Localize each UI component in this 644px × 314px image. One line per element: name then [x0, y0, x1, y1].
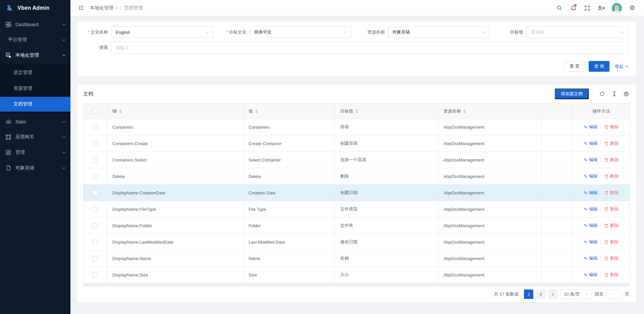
row-checkbox[interactable] — [93, 207, 98, 212]
jump-label: 跳至 — [595, 291, 603, 297]
edit-button[interactable]: ✎编辑 — [584, 173, 598, 179]
table-row[interactable]: Containers:Create Create Container 创建容器 … — [84, 135, 630, 152]
sidebar-item-saas[interactable]: Saas — [0, 115, 70, 129]
table-settings-gear-icon[interactable] — [623, 90, 630, 98]
jump-page-input[interactable] — [606, 290, 622, 299]
sidebar-item-management[interactable]: 管理 — [0, 145, 70, 160]
field-label: 目标值 — [498, 29, 527, 35]
pagination-page-2[interactable]: 2 — [536, 290, 545, 299]
search-input[interactable] — [111, 42, 628, 54]
table-row[interactable]: Containers Containers 容器 AbpOssManagemen… — [84, 119, 630, 135]
cell-resource: AbpOssManagement — [438, 217, 542, 234]
delete-button[interactable]: 删除 — [604, 157, 619, 163]
table-header-row: 键 值 目标值 资源名称 操作方法 — [84, 104, 630, 119]
edit-button[interactable]: ✎编辑 — [584, 255, 598, 261]
cell-target: 容器 — [335, 119, 438, 135]
edit-pencil-icon: ✎ — [584, 273, 588, 277]
sort-icon[interactable] — [463, 109, 466, 113]
row-checkbox[interactable] — [93, 174, 98, 179]
gear-icon[interactable]: ⚙ — [626, 0, 639, 16]
sort-icon[interactable] — [356, 109, 358, 113]
edit-button[interactable]: ✎编辑 — [584, 190, 598, 196]
chevron-up-icon — [625, 65, 629, 69]
target-value-select[interactable]: 请选择 — [527, 26, 628, 38]
table-row[interactable]: DisplayName:Folder Folder 文件夹 AbpOssMana… — [84, 217, 630, 234]
query-button[interactable]: 查 询 — [589, 61, 609, 72]
sidebar-item-localization[interactable]: A 本地化管理 — [0, 48, 70, 62]
row-checkbox[interactable] — [93, 158, 98, 163]
delete-button[interactable]: 删除 — [604, 206, 619, 212]
edit-button[interactable]: ✎编辑 — [584, 223, 598, 229]
row-checkbox[interactable] — [93, 223, 98, 228]
delete-button[interactable]: 删除 — [604, 124, 619, 130]
sidebar-item-object-storage[interactable]: 对象存储 — [0, 161, 70, 175]
table-row[interactable]: DisplayName:LastModifiedDate Last Modifi… — [84, 234, 630, 250]
sidebar-item-label: 对象存储 — [15, 165, 63, 171]
search-icon[interactable] — [553, 0, 566, 16]
horizontal-scrollbar[interactable] — [83, 283, 630, 287]
pagination-next-button[interactable]: › — [548, 290, 557, 299]
breadcrumb-parent[interactable]: 本地化管理 — [90, 5, 117, 11]
edit-button[interactable]: ✎编辑 — [584, 272, 598, 278]
fullscreen-icon[interactable] — [581, 0, 594, 16]
sidebar-item-platform[interactable]: 平台管理 — [0, 33, 70, 47]
delete-button[interactable]: 删除 — [604, 272, 619, 278]
select-all-checkbox[interactable] — [93, 109, 98, 114]
cell-empty — [542, 168, 573, 184]
menu-fold-icon[interactable] — [76, 2, 87, 14]
edit-button[interactable]: ✎编辑 — [584, 239, 598, 245]
column-header-value[interactable]: 值 — [243, 104, 335, 119]
culture-name-select[interactable]: English — [111, 26, 213, 38]
select-value: 对象存储 — [392, 29, 410, 35]
edit-button[interactable]: ✎编辑 — [584, 140, 598, 146]
row-checkbox[interactable] — [93, 240, 98, 245]
delete-button[interactable]: 删除 — [604, 190, 619, 196]
sidebar-item-resource-management[interactable]: 资源管理 — [0, 81, 70, 96]
sidebar-item-document-management[interactable]: 文档管理 — [0, 97, 70, 112]
sidebar-item-language-management[interactable]: 语言管理 — [0, 65, 70, 80]
table-row-highlighted[interactable]: DisplayName:CreationDate Creation Date 创… — [84, 185, 630, 201]
column-header-resource[interactable]: 资源名称 — [438, 104, 542, 119]
topbar: 本地化管理 / 文档管理 文A ⚙ — [70, 0, 644, 16]
sidebar-item-gateway[interactable]: 应用网关 — [0, 130, 70, 144]
table-row[interactable]: Containers:Select Select Container 选择一个容… — [84, 152, 630, 168]
avatar[interactable] — [612, 3, 622, 13]
delete-button[interactable]: 删除 — [604, 239, 619, 245]
delete-button[interactable]: 删除 — [604, 255, 619, 261]
delete-button[interactable]: 删除 — [604, 223, 619, 229]
row-checkbox[interactable] — [93, 256, 98, 261]
table-row[interactable]: DisplayName:Name Name 名称 AbpOssManagemen… — [84, 250, 630, 267]
sort-icon[interactable] — [119, 109, 122, 113]
edit-button[interactable]: ✎编辑 — [584, 124, 598, 130]
collapse-link[interactable]: 收起 — [615, 63, 628, 69]
delete-button[interactable]: 删除 — [604, 140, 619, 146]
row-checkbox[interactable] — [93, 141, 98, 146]
row-checkbox[interactable] — [93, 272, 98, 277]
sidebar-item-dashboard[interactable]: Dashboard — [0, 17, 70, 32]
logo[interactable]: Vben Admin — [0, 0, 70, 16]
row-checkbox[interactable] — [93, 125, 98, 130]
add-document-button[interactable]: 添加新文档 — [555, 88, 589, 99]
column-header-key[interactable]: 键 — [107, 104, 243, 119]
column-header-target[interactable]: 目标值 — [335, 104, 438, 119]
page-size-select[interactable]: 10 条/页 — [560, 290, 592, 299]
cell-target: 创建日期 — [335, 185, 438, 201]
bell-icon[interactable] — [567, 0, 580, 16]
required-asterisk: * — [88, 29, 90, 35]
edit-button[interactable]: ✎编辑 — [584, 157, 598, 163]
resource-name-select[interactable]: 对象存储 — [388, 26, 490, 38]
translate-icon[interactable]: 文A — [595, 0, 608, 16]
row-checkbox[interactable] — [93, 190, 98, 195]
table-row[interactable]: Delete Delete 删除 AbpOssManagement ✎编辑 删除 — [84, 168, 630, 185]
sidebar-item-label: Saas — [15, 119, 63, 124]
refresh-icon[interactable] — [598, 90, 606, 98]
pagination-page-1[interactable]: 1 — [524, 290, 533, 299]
row-height-icon[interactable] — [610, 90, 618, 98]
delete-button[interactable]: 删除 — [604, 173, 619, 179]
target-culture-select[interactable]: 简体中文 — [250, 26, 352, 38]
reset-button[interactable]: 重 置 — [564, 61, 585, 72]
sort-icon[interactable] — [255, 109, 258, 113]
table-row[interactable]: DisplayName:Size Size 大小 AbpOssManagemen… — [84, 267, 630, 283]
table-row[interactable]: DisplayName:FileType File Type 文件类型 AbpO… — [84, 201, 630, 217]
edit-button[interactable]: ✎编辑 — [584, 206, 598, 212]
